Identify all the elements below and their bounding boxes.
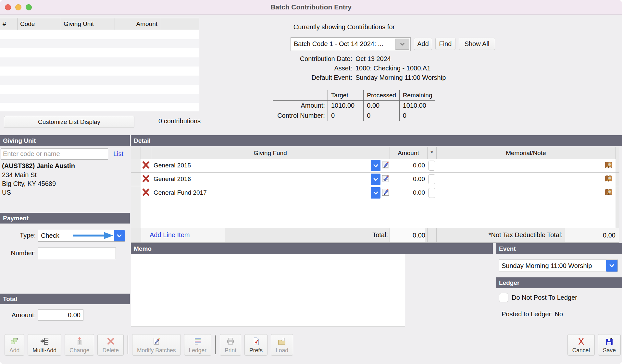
posted-to-ledger-status: Posted to Ledger: No xyxy=(502,310,563,318)
book-search-icon[interactable] xyxy=(604,162,613,170)
save-button[interactable]: Save xyxy=(598,334,621,356)
chevron-down-icon[interactable] xyxy=(371,187,380,199)
list-row-empty xyxy=(0,85,199,94)
prefs-button[interactable]: Prefs xyxy=(244,334,267,356)
payment-number-input[interactable] xyxy=(38,248,116,259)
batch-select[interactable]: Batch Code 1 - Oct 14 2024: ... xyxy=(291,37,411,51)
edit-note-icon xyxy=(381,174,390,184)
do-not-post-checkbox[interactable] xyxy=(499,293,508,302)
detail-row: General Fund 20170.00 xyxy=(131,186,619,200)
load-button[interactable]: Load xyxy=(271,334,293,356)
row-tail xyxy=(616,159,619,172)
change-button[interactable]: Change xyxy=(65,334,94,356)
delete-row-button[interactable] xyxy=(141,186,152,200)
multi-add-button[interactable]: Multi-Add xyxy=(28,334,61,356)
toolbar-separator xyxy=(128,335,128,354)
chevron-down-icon[interactable] xyxy=(114,230,125,241)
detail-col-giving-fund: Giving Fund xyxy=(151,147,389,159)
memo-section-header: Memo xyxy=(131,243,493,254)
contribution-count: 0 contributions xyxy=(130,117,229,125)
delete-row-button[interactable] xyxy=(141,159,152,172)
row-tail xyxy=(616,186,619,200)
book-search-icon[interactable] xyxy=(604,189,613,198)
toolbar-button-label: Change xyxy=(69,347,89,354)
total-amount-value[interactable]: 0.00 xyxy=(38,309,83,321)
memo-input[interactable] xyxy=(131,254,405,327)
giving-fund-select[interactable]: General 2016 xyxy=(151,173,382,186)
event-section-header: Event xyxy=(496,243,622,254)
x-icon xyxy=(142,188,150,198)
amount-input[interactable]: 0.00 xyxy=(390,186,427,200)
chevron-down-icon[interactable] xyxy=(371,160,380,171)
x-icon xyxy=(142,174,150,184)
memorial-note-input[interactable] xyxy=(436,173,616,186)
giving-fund-select[interactable]: General 2015 xyxy=(151,159,382,172)
summary-amount-label: Amount: xyxy=(273,101,328,111)
giving-unit-section-header: Giving Unit xyxy=(0,135,130,146)
detail-row: General 20160.00 xyxy=(131,173,619,186)
print-button[interactable]: Print xyxy=(220,334,241,356)
giving-fund-select[interactable]: General Fund 2017 xyxy=(151,186,382,200)
col-giving-unit[interactable]: Giving Unit xyxy=(61,18,115,30)
book-search-icon[interactable] xyxy=(604,175,613,184)
add-line-item-link[interactable]: Add Line Item xyxy=(150,228,190,242)
batch-add-button[interactable]: Add xyxy=(414,38,432,50)
ntd-total-value: 0.00 xyxy=(565,228,619,242)
col-blank xyxy=(161,18,199,30)
asset-value: 1000: Checking - 1000.A1 xyxy=(355,65,430,72)
ledger-button[interactable]: Ledger xyxy=(184,334,212,356)
toolbar-button-label: Print xyxy=(225,347,236,354)
row-tail xyxy=(616,173,619,186)
contribution-list-body[interactable] xyxy=(0,30,199,103)
detail-rows: General 20150.00General 20160.00General … xyxy=(131,159,619,200)
giving-unit-address-line: 234 Main St xyxy=(2,171,37,179)
x-icon xyxy=(142,161,150,171)
delete-button[interactable]: Delete xyxy=(97,334,124,356)
cancel-icon xyxy=(577,336,586,346)
payment-type-select[interactable]: Check xyxy=(38,230,125,242)
chevron-down-icon[interactable] xyxy=(395,39,409,50)
event-select[interactable]: Sunday Morning 11:00 Worship xyxy=(499,260,618,272)
chevron-down-icon[interactable] xyxy=(606,260,617,272)
chevron-down-icon[interactable] xyxy=(371,174,380,185)
amount-input[interactable]: 0.00 xyxy=(390,159,427,172)
summary-col-target: Target xyxy=(328,90,363,100)
not-tax-deductible-checkbox[interactable] xyxy=(427,173,437,186)
modify-batches-button[interactable]: Modify Batches xyxy=(132,334,181,356)
amount-input[interactable]: 0.00 xyxy=(390,173,427,186)
giving-unit-list-link[interactable]: List xyxy=(113,150,123,158)
summary-head-spacer xyxy=(273,90,328,100)
customize-list-display-button[interactable]: Customize List Display xyxy=(4,116,134,128)
not-tax-deductible-checkbox[interactable] xyxy=(427,186,437,200)
payment-type-label: Type: xyxy=(3,232,36,239)
col-code[interactable]: Code xyxy=(18,18,61,30)
edit-fund-button[interactable] xyxy=(381,186,390,200)
add-button[interactable]: Add xyxy=(5,334,24,356)
summary-control-remaining: 0 xyxy=(399,111,435,121)
total-amount-label: Amount: xyxy=(3,311,36,319)
delete-row-button[interactable] xyxy=(141,173,152,186)
col-amount[interactable]: Amount xyxy=(115,18,161,30)
edit-fund-button[interactable] xyxy=(381,173,390,186)
giving-unit-address-line: US xyxy=(2,189,11,196)
contribution-date-label: Contribution Date: xyxy=(240,55,352,63)
total-section-header: Total xyxy=(0,294,130,304)
edit-fund-button[interactable] xyxy=(381,159,390,172)
not-tax-deductible-checkbox[interactable] xyxy=(427,159,437,172)
payment-section-header: Payment xyxy=(0,213,130,224)
batch-select-value: Batch Code 1 - Oct 14 2024: ... xyxy=(294,38,391,50)
payment-type-value: Check xyxy=(41,230,59,241)
summary-amount-processed: 0.00 xyxy=(363,101,399,111)
detail-section-header: Detail xyxy=(131,135,622,146)
giving-unit-search-input[interactable] xyxy=(1,148,108,160)
col-number[interactable]: # xyxy=(0,18,18,30)
list-row-empty xyxy=(0,48,199,57)
batch-find-button[interactable]: Find xyxy=(435,38,455,50)
memorial-note-input[interactable] xyxy=(436,186,616,200)
memorial-note-input[interactable] xyxy=(436,159,616,172)
asset-label: Asset: xyxy=(240,65,352,72)
cancel-button[interactable]: Cancel xyxy=(567,334,595,356)
batch-show-all-button[interactable]: Show All xyxy=(459,38,495,50)
toolbar-left: AddMulti-AddChangeDeleteModify BatchesLe… xyxy=(5,334,293,356)
detail-col-star: * xyxy=(427,147,436,159)
